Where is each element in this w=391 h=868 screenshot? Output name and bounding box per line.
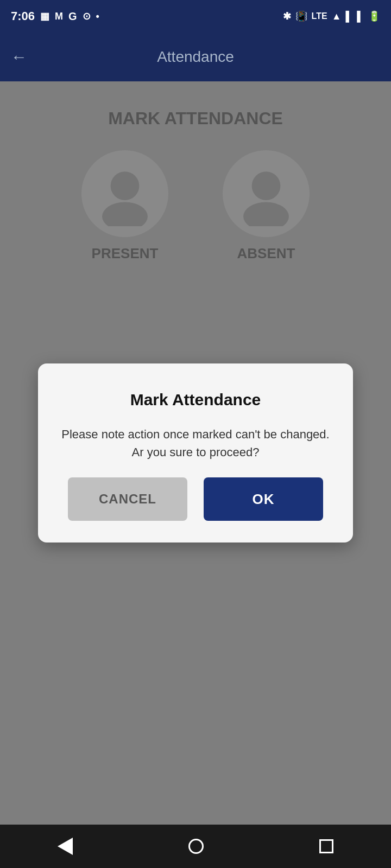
confirmation-dialog: Mark Attendance Please note action once … [38, 363, 353, 542]
wifi-icon: ▲ [332, 11, 342, 22]
nav-bar [0, 825, 391, 868]
overlay: Mark Attendance Please note action once … [0, 81, 391, 825]
dialog-message: Please note action once marked can't be … [60, 425, 331, 461]
mail-icon: M [55, 11, 63, 22]
back-button[interactable]: ← [11, 48, 27, 66]
at-icon: ⊙ [83, 10, 91, 22]
vibrate-icon: 📳 [295, 10, 307, 22]
signal2-icon: ▌ [357, 11, 364, 22]
battery-icon: 🔋 [368, 10, 380, 22]
dot-icon: • [96, 11, 99, 22]
google-icon: G [68, 10, 77, 23]
signal1-icon: ▌ [345, 11, 352, 22]
time-display: 7:06 [11, 9, 35, 23]
dialog-title: Mark Attendance [130, 391, 261, 409]
back-nav-button[interactable] [58, 838, 73, 855]
recent-nav-button[interactable] [319, 839, 333, 853]
sim-icon: ▦ [40, 10, 49, 22]
ok-button[interactable]: OK [204, 477, 323, 521]
cancel-button[interactable]: CANCEL [68, 477, 187, 521]
status-right: ✱ 📳 LTE ▲ ▌ ▌ 🔋 [283, 10, 380, 22]
status-left: 7:06 ▦ M G ⊙ • [11, 9, 99, 23]
home-nav-button[interactable] [188, 839, 204, 854]
bluetooth-icon: ✱ [283, 10, 291, 22]
lte-icon: LTE [312, 11, 327, 21]
app-bar-title: Attendance [38, 48, 353, 66]
status-bar: 7:06 ▦ M G ⊙ • ✱ 📳 LTE ▲ ▌ ▌ 🔋 [0, 0, 391, 33]
dialog-buttons: CANCEL OK [60, 477, 331, 521]
app-bar: ← Attendance [0, 33, 391, 81]
